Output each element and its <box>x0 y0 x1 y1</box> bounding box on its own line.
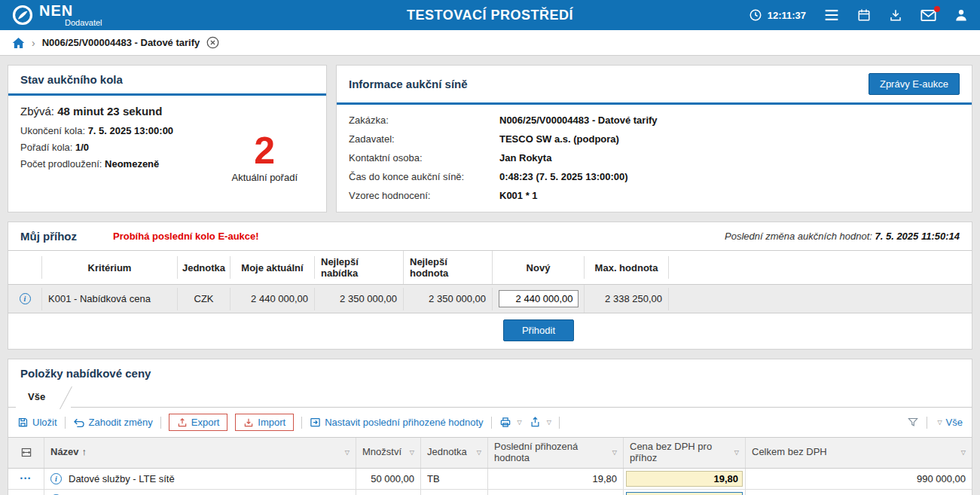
my-bid-title: Můj příhoz <box>20 230 77 243</box>
col-unit[interactable]: Jednotka ▽ <box>421 438 488 468</box>
info-icon[interactable]: i <box>50 473 62 484</box>
item-unit: TB <box>421 469 488 489</box>
col-unit: Jednotka <box>178 256 230 279</box>
col-last-bid-value[interactable]: Poslední přihozená hodnota ▽ <box>488 438 624 468</box>
current-rank-label: Aktuální pořadí <box>232 172 298 183</box>
col-criterion: Kritérium <box>42 256 178 279</box>
import-icon <box>243 417 254 428</box>
import-button[interactable]: Import <box>235 414 294 431</box>
row-menu-icon[interactable]: ••• <box>20 475 32 482</box>
item-last-bid: 19,80 <box>488 469 624 489</box>
download-icon[interactable] <box>889 8 902 22</box>
discard-changes-button[interactable]: Zahodit změny <box>73 417 153 428</box>
sort-asc-icon: ↑ <box>82 446 87 457</box>
col-best-offer: Nejlepší nabídka <box>315 251 404 284</box>
place-bid-button[interactable]: Přihodit <box>503 319 574 341</box>
share-button[interactable]: ▽ <box>530 417 551 428</box>
divider <box>301 417 302 429</box>
auction-round-panel: Stav aukčního kola Zbývá: 48 minut 23 se… <box>8 65 327 212</box>
filter-icon[interactable] <box>907 417 919 428</box>
unit-value: CZK <box>178 288 230 310</box>
divider <box>927 417 927 429</box>
col-price-excl-vat[interactable]: Cena bez DPH pro příhoz ▽ <box>624 438 746 468</box>
filter-dropdown-icon[interactable]: ▽ <box>961 449 966 456</box>
info-icon[interactable]: i <box>20 293 31 304</box>
chevron-down-icon[interactable]: ▽ <box>547 419 551 426</box>
chevron-down-icon[interactable]: ▽ <box>517 419 522 426</box>
items-table-header: Název↑ ▽ Množství ▽ Jednotka ▽ Poslední … <box>8 438 972 469</box>
item-quantity: 100 000,00 <box>356 490 421 495</box>
item-price-input[interactable] <box>626 471 743 487</box>
nen-logo[interactable]: NEN Dodavatel <box>12 3 102 27</box>
divider <box>491 417 492 429</box>
session-time: 12:11:37 <box>768 10 806 21</box>
clock-icon <box>749 8 762 22</box>
brand-name: NEN <box>39 3 102 18</box>
filter-dropdown-icon[interactable]: ▽ <box>345 449 350 456</box>
save-icon <box>17 417 29 428</box>
undo-icon <box>73 417 85 428</box>
item-total: 990 000,00 <box>746 469 972 489</box>
col-total-excl-vat[interactable]: Celkem bez DPH ▽ <box>746 438 972 468</box>
filter-dropdown-icon[interactable]: ▽ <box>477 449 481 456</box>
set-last-bid-values-button[interactable]: Nastavit poslední přihozené hodnoty <box>310 417 483 428</box>
current-rank: 2 Aktuální pořadí <box>232 132 298 183</box>
printer-icon <box>499 417 511 428</box>
mail-notification-dot <box>934 6 940 12</box>
auction-round-title: Stav aukčního kola <box>20 73 123 86</box>
new-bid-input[interactable] <box>499 290 579 307</box>
items-tabstrip: Vše <box>8 387 972 408</box>
last-round-alert: Probíhá poslední kolo E-aukce! <box>113 231 259 242</box>
info-row-authority: Zadavatel: TESCO SW a.s. (podpora) <box>349 130 960 148</box>
divider <box>160 417 161 429</box>
col-quantity[interactable]: Množství ▽ <box>356 438 421 468</box>
my-bid-panel: Můj příhoz Probíhá poslední kolo E-aukce… <box>8 222 972 350</box>
col-name[interactable]: Název↑ ▽ <box>44 438 356 468</box>
divider <box>65 417 66 429</box>
divider <box>559 417 560 429</box>
export-icon <box>177 417 188 428</box>
mail-icon[interactable] <box>920 9 936 22</box>
breadcrumb-separator: › <box>32 37 35 49</box>
menu-icon[interactable] <box>824 9 839 21</box>
col-new: Nový <box>493 256 585 279</box>
items-panel: Položky nabídkové ceny Vše Uložit Zahodi… <box>8 359 972 495</box>
tab-all[interactable]: Vše <box>16 387 71 408</box>
nen-logo-icon <box>12 5 33 26</box>
best-value-value: 2 350 000,00 <box>404 288 493 310</box>
item-unit: TB <box>421 490 488 495</box>
close-tab-icon[interactable] <box>206 36 219 49</box>
item-total: 1 450 000,00 <box>746 490 972 495</box>
last-change-info: Poslední změna aukčních hodnot: 7. 5. 20… <box>725 231 960 242</box>
eauction-messages-button[interactable]: Zprávy E-aukce <box>869 73 960 95</box>
save-button[interactable]: Uložit <box>17 417 57 428</box>
item-price-input[interactable] <box>626 492 743 495</box>
auction-room-panel: Informace aukční síně Zprávy E-aukce Zak… <box>336 65 972 212</box>
columns-settings-icon[interactable] <box>8 438 44 468</box>
my-bid-row: i K001 - Nabídková cena CZK 2 440 000,00… <box>8 285 972 313</box>
breadcrumb: › N006/25/V00004483 - Datové tarify <box>0 30 980 56</box>
export-button[interactable]: Export <box>169 414 228 431</box>
info-row-time-left: Čas do konce aukční síně: 0:48:23 (7. 5.… <box>349 167 960 186</box>
view-selector[interactable]: ▽ Vše <box>935 417 963 428</box>
filter-dropdown-icon[interactable]: ▽ <box>734 449 739 456</box>
items-toolbar: Uložit Zahodit změny Export Import Nasta… <box>8 408 972 437</box>
item-row: ••• i Datové služby - LTE sítě 50 000,00… <box>8 469 972 490</box>
col-my-current: Moje aktuální <box>230 256 315 279</box>
item-quantity: 50 000,00 <box>356 469 421 489</box>
items-table: Název↑ ▽ Množství ▽ Jednotka ▽ Poslední … <box>8 437 972 495</box>
filter-dropdown-icon[interactable]: ▽ <box>410 449 414 456</box>
best-offer-value: 2 350 000,00 <box>315 288 404 310</box>
user-icon[interactable] <box>954 8 968 22</box>
calendar-icon[interactable] <box>857 8 871 22</box>
breadcrumb-item[interactable]: N006/25/V00004483 - Datové tarify <box>42 37 200 48</box>
home-icon[interactable] <box>12 37 25 49</box>
share-icon <box>530 417 541 428</box>
item-row: ••• i Datové služby - 5G sítě 100 000,00… <box>8 490 972 495</box>
item-last-bid: 14,50 <box>488 490 624 495</box>
print-button[interactable]: ▽ <box>499 417 522 428</box>
col-best-value: Nejlepší hodnota <box>404 251 493 284</box>
filter-dropdown-icon[interactable]: ▽ <box>612 449 617 456</box>
chevron-down-icon: ▽ <box>937 419 942 426</box>
environment-title: TESTOVACÍ PROSTŘEDÍ <box>407 8 573 23</box>
